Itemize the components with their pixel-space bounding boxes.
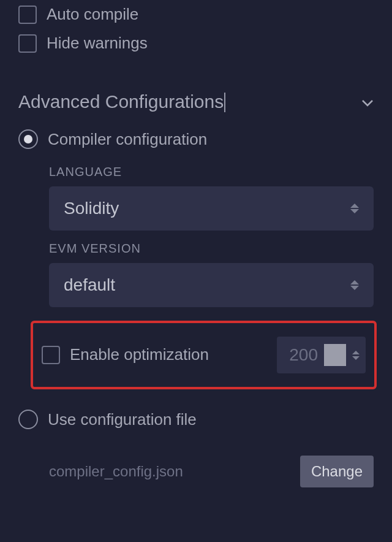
compiler-configuration-label: Compiler configuration [48, 130, 207, 149]
compiler-configuration-radio[interactable] [18, 129, 38, 149]
stepper-arrows-icon[interactable] [352, 351, 360, 360]
enable-optimization-checkbox[interactable] [42, 346, 60, 364]
number-block [324, 344, 346, 366]
advanced-configurations-title: Advanced Configurations [18, 91, 224, 112]
config-filename: compiler_config.json [49, 463, 183, 480]
sort-arrows-icon [350, 204, 359, 213]
chevron-down-icon[interactable] [361, 98, 374, 105]
evm-version-select-value: default [64, 275, 115, 295]
auto-compile-label: Auto compile [47, 5, 138, 24]
sort-arrows-icon [350, 280, 359, 290]
language-select-value: Solidity [64, 199, 119, 218]
optimization-highlight-box: Enable optimization 200 [31, 321, 377, 389]
change-button[interactable]: Change [300, 456, 374, 487]
use-configuration-file-radio[interactable] [18, 410, 38, 429]
optimization-runs-input[interactable]: 200 [277, 337, 366, 373]
hide-warnings-label: Hide warnings [47, 34, 148, 53]
auto-compile-checkbox[interactable] [18, 6, 37, 24]
language-field-label: LANGUAGE [49, 165, 374, 179]
optimization-runs-value: 200 [289, 345, 318, 365]
evm-version-select[interactable]: default [49, 263, 374, 307]
use-configuration-file-label: Use configuration file [48, 410, 197, 429]
evm-version-field-label: EVM VERSION [49, 242, 374, 256]
hide-warnings-checkbox[interactable] [18, 34, 37, 53]
enable-optimization-label: Enable optimization [70, 344, 209, 365]
language-select[interactable]: Solidity [49, 186, 374, 231]
